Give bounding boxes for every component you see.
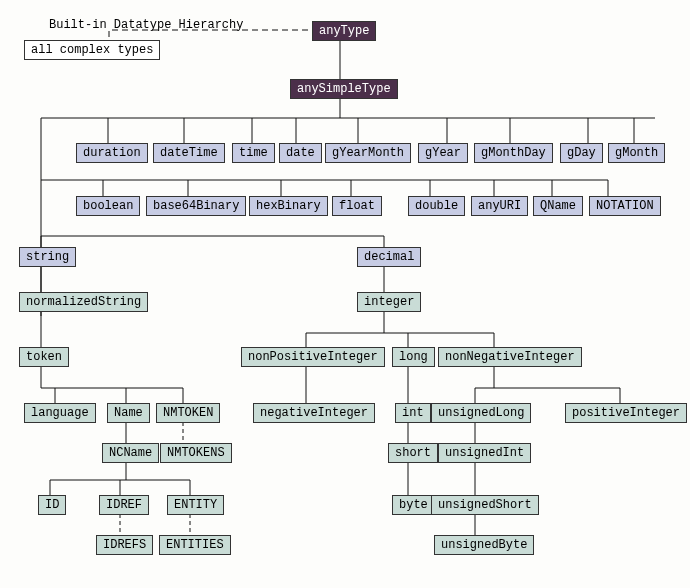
diagram-title: Built-in Datatype Hierarchy xyxy=(49,18,243,32)
node-NMTOKENS: NMTOKENS xyxy=(160,443,232,463)
node-ENTITIES: ENTITIES xyxy=(159,535,231,555)
node-language: language xyxy=(24,403,96,423)
node-double: double xyxy=(408,196,465,216)
node-int: int xyxy=(395,403,431,423)
node-gYearMonth: gYearMonth xyxy=(325,143,411,163)
node-hexBinary: hexBinary xyxy=(249,196,328,216)
node-ID: ID xyxy=(38,495,66,515)
node-nonPositiveInteger: nonPositiveInteger xyxy=(241,347,385,367)
node-Name: Name xyxy=(107,403,150,423)
node-gDay: gDay xyxy=(560,143,603,163)
node-dateTime: dateTime xyxy=(153,143,225,163)
node-short: short xyxy=(388,443,438,463)
node-byte: byte xyxy=(392,495,435,515)
node-unsignedShort: unsignedShort xyxy=(431,495,539,515)
node-nonNegativeInteger: nonNegativeInteger xyxy=(438,347,582,367)
node-negativeInteger: negativeInteger xyxy=(253,403,375,423)
node-decimal: decimal xyxy=(357,247,421,267)
node-ENTITY: ENTITY xyxy=(167,495,224,515)
node-unsignedByte: unsignedByte xyxy=(434,535,534,555)
node-unsignedLong: unsignedLong xyxy=(431,403,531,423)
node-gMonth: gMonth xyxy=(608,143,665,163)
node-gYear: gYear xyxy=(418,143,468,163)
node-float: float xyxy=(332,196,382,216)
node-normalizedString: normalizedString xyxy=(19,292,148,312)
node-anySimpleType: anySimpleType xyxy=(290,79,398,99)
node-NCName: NCName xyxy=(102,443,159,463)
node-date: date xyxy=(279,143,322,163)
node-NOTATION: NOTATION xyxy=(589,196,661,216)
node-time: time xyxy=(232,143,275,163)
node-duration: duration xyxy=(76,143,148,163)
node-anyURI: anyURI xyxy=(471,196,528,216)
node-positiveInteger: positiveInteger xyxy=(565,403,687,423)
node-string: string xyxy=(19,247,76,267)
node-boolean: boolean xyxy=(76,196,140,216)
node-NMTOKEN: NMTOKEN xyxy=(156,403,220,423)
node-IDREF: IDREF xyxy=(99,495,149,515)
node-integer: integer xyxy=(357,292,421,312)
node-token: token xyxy=(19,347,69,367)
node-all-complex-types: all complex types xyxy=(24,40,160,60)
node-unsignedInt: unsignedInt xyxy=(438,443,531,463)
node-gMonthDay: gMonthDay xyxy=(474,143,553,163)
node-base64Binary: base64Binary xyxy=(146,196,246,216)
node-QName: QName xyxy=(533,196,583,216)
node-anyType: anyType xyxy=(312,21,376,41)
node-long: long xyxy=(392,347,435,367)
node-IDREFS: IDREFS xyxy=(96,535,153,555)
